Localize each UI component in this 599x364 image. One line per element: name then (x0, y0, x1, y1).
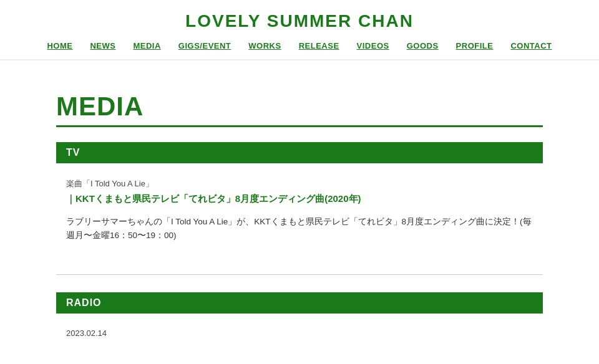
tv-entry-title[interactable]: ｜KKTくまもと県民テレビ「てれビタ」8月度エンディング曲(2020年) (66, 192, 533, 206)
nav-item-goods[interactable]: GOODS (398, 39, 447, 53)
nav-item-contact[interactable]: CONTACT (502, 39, 560, 53)
nav-item-gigs-event[interactable]: GIGS/EVENT (170, 39, 240, 53)
tv-content-block: 楽曲「I Told You A Lie」 ｜KKTくまもと県民テレビ「てれビタ」… (56, 178, 543, 268)
radio-date: 2023.02.14 (56, 328, 543, 338)
page-title: MEDIA (56, 92, 543, 122)
nav-item-works[interactable]: WORKS (240, 39, 290, 53)
nav-item-home[interactable]: HOME (38, 39, 81, 53)
radio-section-bar: RADIO (56, 292, 543, 314)
site-title[interactable]: LOVELY SUMMER CHAN (185, 11, 414, 31)
main-nav: HOMENEWSMEDIAGIGS/EVENTWORKSRELEASEVIDEO… (0, 39, 599, 60)
nav-item-release[interactable]: RELEASE (290, 39, 348, 53)
nav-item-media[interactable]: MEDIA (124, 39, 169, 53)
header: LOVELY SUMMER CHAN HOMENEWSMEDIAGIGS/EVE… (0, 0, 599, 67)
nav-item-profile[interactable]: PROFILE (447, 39, 502, 53)
tv-entry-subtitle: 楽曲「I Told You A Lie」 (66, 178, 533, 189)
nav-item-news[interactable]: NEWS (81, 39, 124, 53)
nav-item-videos[interactable]: VIDEOS (348, 39, 398, 53)
page-title-section: MEDIA (56, 92, 543, 127)
radio-section: RADIO 2023.02.14 (56, 292, 543, 338)
tv-radio-divider (56, 274, 543, 275)
main-content: MEDIA TV 楽曲「I Told You A Lie」 ｜KKTくまもと県民… (31, 92, 568, 338)
page-title-underline (56, 125, 543, 127)
tv-section-bar: TV (56, 142, 543, 163)
tv-entry-body: ラブリーサマーちゃんの「I Told You A Lie」が、KKTくまもと県民… (66, 215, 533, 244)
